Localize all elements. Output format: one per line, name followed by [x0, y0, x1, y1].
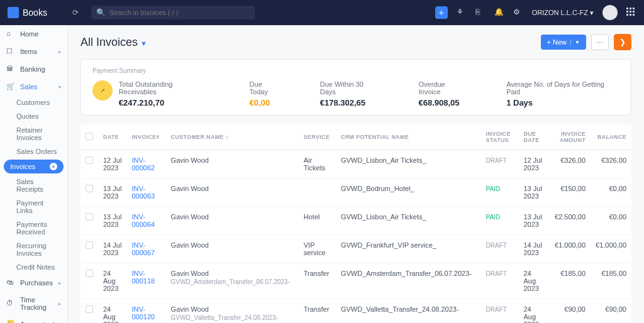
col-service[interactable]: SERVICE — [299, 124, 336, 150]
main-content: All Invoices▼ + New▼ ··· ❯ Payment Summa… — [68, 25, 644, 323]
nav-time-tracking[interactable]: ⏱Time Tracking — [0, 292, 67, 315]
new-invoice-button[interactable]: + New▼ — [541, 35, 586, 50]
cell-due: 13 Jul 2023 — [518, 178, 547, 207]
invoice-link[interactable]: INV-000064 — [132, 213, 155, 228]
row-checkbox[interactable] — [86, 241, 93, 249]
col-customer[interactable]: CUSTOMER NAME ↕ — [166, 124, 299, 150]
col-amount[interactable]: INVOICE AMOUNT — [547, 124, 591, 150]
bell-icon[interactable]: 🔔 — [494, 8, 504, 18]
nav-recurring-invoices[interactable]: Recurring Invoices — [0, 239, 67, 260]
nav-sales-receipts[interactable]: Sales Receipts — [0, 175, 67, 196]
cell-invoice: INV-000067 — [127, 235, 166, 263]
folder-icon[interactable]: ⎘ — [475, 8, 486, 18]
refresh-icon[interactable]: ⟳ — [72, 8, 79, 17]
cell-status: PAID — [481, 178, 519, 207]
cell-date: 13 Jul 2023 — [98, 207, 127, 235]
row-checkbox[interactable] — [86, 213, 93, 221]
nav-sales-orders[interactable]: Sales Orders — [0, 145, 67, 158]
metric-label: Due Within 30 Days — [320, 80, 381, 96]
app-logo[interactable]: Books — [8, 7, 47, 18]
nav-quotes[interactable]: Quotes — [0, 109, 67, 123]
invoice-link[interactable]: INV-000062 — [132, 156, 155, 172]
search-input[interactable] — [109, 9, 250, 16]
nav-payment-links[interactable]: Payment Links — [0, 196, 67, 217]
chevron-down-icon: ▼ — [140, 40, 147, 47]
table-row[interactable]: 14 Jul 2023INV-000067Gavin WoodVIP servi… — [80, 235, 631, 263]
select-all-checkbox[interactable] — [86, 133, 93, 140]
cell-customer: Gavin Wood — [166, 178, 299, 207]
table-row[interactable]: 13 Jul 2023INV-000063Gavin WoodGVWD_Bodr… — [80, 178, 631, 207]
top-bar: Books ⟳ 🔍 + ⚘ ⎘ 🔔 ⚙ ORIZON L.L.C-FZ ▾ — [0, 0, 644, 25]
nav-customers[interactable]: Customers — [0, 96, 67, 109]
col-status[interactable]: INVOICE STATUS — [481, 124, 519, 150]
nav-items[interactable]: ☐Items — [0, 43, 67, 60]
col-invoice[interactable]: INVOICE# — [127, 124, 166, 150]
page-title[interactable]: All Invoices▼ — [80, 36, 147, 49]
nav-sales[interactable]: 🛒Sales — [0, 78, 67, 96]
sidebar: ⌂Home ☐Items 🏛Banking 🛒Sales Customers Q… — [0, 25, 68, 323]
apps-grid-icon[interactable] — [626, 8, 636, 18]
table-row[interactable]: 13 Jul 2023INV-000064Gavin WoodHotelGVWD… — [80, 207, 631, 235]
avatar[interactable] — [602, 5, 618, 20]
row-checkbox[interactable] — [86, 305, 93, 313]
cell-status: DRAFT — [481, 299, 519, 324]
col-crm[interactable]: CRM POTENTIAL NAME — [336, 124, 481, 150]
cell-amount: €2.500,00 — [547, 207, 591, 235]
ledger-icon: 📒 — [6, 320, 15, 323]
cell-crm: GVWD_Amsterdam_Transfer_06.07.2023- — [336, 263, 481, 299]
nav-accountant[interactable]: 📒Accountant — [0, 315, 67, 323]
box-icon: ☐ — [6, 47, 15, 56]
nav-invoices[interactable]: Invoices — [4, 160, 64, 173]
cell-status: DRAFT — [481, 150, 519, 178]
quick-add-button[interactable]: + — [435, 6, 448, 19]
col-due[interactable]: DUE DATE — [518, 124, 547, 150]
nav-banking[interactable]: 🏛Banking — [0, 60, 67, 78]
chevron-down-icon[interactable]: ▼ — [570, 40, 580, 45]
invoices-table: DATE INVOICE# CUSTOMER NAME ↕ SERVICE CR… — [80, 124, 631, 323]
row-checkbox[interactable] — [86, 156, 93, 164]
bag-icon: 🛍 — [6, 278, 15, 287]
nav-home[interactable]: ⌂Home — [0, 25, 67, 43]
col-date[interactable]: DATE — [98, 124, 127, 150]
cart-icon: 🛒 — [6, 82, 15, 91]
invoice-link[interactable]: INV-000063 — [132, 185, 155, 200]
cell-amount: €1.000,00 — [547, 235, 591, 263]
cell-due: 13 Jul 2023 — [518, 207, 547, 235]
cell-service: Transfer — [299, 299, 336, 324]
cell-balance: €326,00 — [591, 150, 631, 178]
cell-crm: GVWD_Bodrum_Hotel_ — [336, 178, 481, 207]
gear-icon[interactable]: ⚙ — [513, 8, 523, 18]
cell-service: Air Tickets — [299, 150, 336, 178]
more-actions-button[interactable]: ··· — [591, 34, 609, 50]
row-checkbox[interactable] — [86, 185, 93, 192]
cell-due: 24 Aug 2023 — [518, 299, 547, 324]
table-row[interactable]: 24 Aug 2023INV-000118Gavin WoodGVWD_Amst… — [80, 263, 631, 299]
invoice-link[interactable]: INV-000067 — [132, 241, 155, 256]
nav-payments-received[interactable]: Payments Received — [0, 217, 67, 239]
row-checkbox[interactable] — [86, 270, 93, 277]
cell-date: 13 Jul 2023 — [98, 178, 127, 207]
table-row[interactable]: 24 Aug 2023INV-000120Gavin WoodGVWD_Vall… — [80, 299, 631, 324]
nav-purchases[interactable]: 🛍Purchases — [0, 274, 67, 292]
metric-label: Average No. of Days for Getting Paid — [506, 80, 619, 96]
cell-date: 12 Jul 2023 — [98, 150, 127, 178]
cell-crm: GVWD_Valletta_Transfer_24.08.2023- — [336, 299, 481, 324]
table-row[interactable]: 12 Jul 2023INV-000062Gavin WoodAir Ticke… — [80, 150, 631, 178]
org-switcher[interactable]: ORIZON L.L.C-FZ ▾ — [532, 9, 594, 17]
sidebar-toggle-button[interactable]: ❯ — [614, 34, 631, 50]
col-balance[interactable]: BALANCE — [591, 124, 631, 150]
nav-credit-notes[interactable]: Credit Notes — [0, 260, 67, 274]
users-icon[interactable]: ⚘ — [457, 8, 467, 18]
cell-date: 14 Jul 2023 — [98, 235, 127, 263]
invoice-link[interactable]: INV-000118 — [132, 270, 155, 285]
metric-label: Due Today — [250, 80, 282, 96]
cell-amount: €185,00 — [547, 263, 591, 299]
metric-label: Overdue Invoice — [418, 80, 469, 96]
cell-amount: €326,00 — [547, 150, 591, 178]
invoice-link[interactable]: INV-000120 — [132, 305, 155, 320]
cell-balance: €0,00 — [591, 207, 631, 235]
global-search[interactable]: 🔍 — [91, 6, 255, 19]
metric-value: €0,00 — [250, 98, 282, 107]
nav-retainer-invoices[interactable]: Retainer Invoices — [0, 123, 67, 145]
logo-icon — [8, 7, 19, 18]
